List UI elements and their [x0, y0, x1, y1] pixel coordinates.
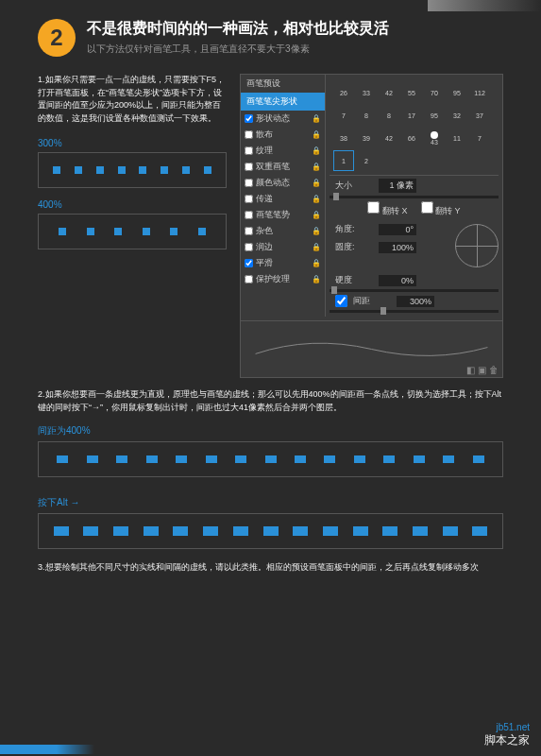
- instruction-1: 1.如果你只需要一点一点的虚线，只需要按下F5，打开画笔面板，在“画笔笔尖形状”…: [38, 74, 227, 125]
- step-number-badge: 2: [38, 19, 76, 57]
- opt-color-dynamics[interactable]: 颜色动态🔒: [241, 175, 325, 191]
- opt-shape-dynamics[interactable]: 形状动态🔒: [241, 111, 325, 127]
- spacing-value[interactable]: 300%: [397, 296, 434, 307]
- opt-protect-texture[interactable]: 保护纹理🔒: [241, 271, 325, 287]
- opt-smoothing[interactable]: 平滑🔒: [241, 255, 325, 271]
- sample-spacing-400: [38, 441, 503, 477]
- instruction-2: 2.如果你想要画一条虚线更为直观，原理也与画笔的虚线；那么可以先用400%的间距…: [38, 387, 503, 415]
- opt-scatter[interactable]: 散布🔒: [241, 127, 325, 143]
- brush-presets-grid[interactable]: 26 33 42 55 70 95 112 7 8 8 17 95 32 37: [330, 78, 499, 176]
- angle-value[interactable]: 0°: [379, 224, 416, 235]
- sample-label-1: 300%: [38, 138, 227, 148]
- hardness-value[interactable]: 0%: [379, 275, 416, 286]
- brush-panel: 画笔预设 画笔笔尖形状 形状动态🔒 散布🔒 纹理🔒 双重画笔🔒 颜色动态🔒 传递…: [240, 74, 503, 378]
- flipx-checkbox[interactable]: 翻转 X: [367, 201, 407, 217]
- sample-400: [38, 214, 227, 249]
- size-value[interactable]: 1 像素: [379, 179, 416, 193]
- opt-texture[interactable]: 纹理🔒: [241, 143, 325, 159]
- sample-label-3: 间距为400%: [38, 424, 503, 438]
- step-title: 不是很费时间的的一种画法，相对也比较灵活: [87, 19, 503, 39]
- step-header: 2 不是很费时间的的一种画法，相对也比较灵活 以下方法仅针对画笔工具，且画笔直径…: [38, 19, 503, 57]
- brush-selected[interactable]: 1: [333, 150, 354, 171]
- roundness-value[interactable]: 100%: [379, 242, 416, 253]
- sample-label-4: 按下Alt →: [38, 496, 503, 509]
- opt-dual-brush[interactable]: 双重画笔🔒: [241, 159, 325, 175]
- flipy-checkbox[interactable]: 翻转 Y: [421, 201, 461, 217]
- spacing-slider[interactable]: [330, 310, 499, 313]
- lock-icon: 🔒: [312, 114, 321, 123]
- sample-alt-arrow: [38, 513, 503, 549]
- size-slider[interactable]: [330, 196, 499, 198]
- opt-wet-edges[interactable]: 润边🔒: [241, 239, 325, 255]
- sample-300: [38, 152, 227, 188]
- brush-preview: [241, 320, 502, 377]
- opt-brush-pose[interactable]: 画笔笔势🔒: [241, 207, 325, 223]
- opt-noise[interactable]: 杂色🔒: [241, 223, 325, 239]
- hardness-slider[interactable]: [330, 289, 499, 292]
- opt-transfer[interactable]: 传递🔒: [241, 191, 325, 207]
- tab-brush-presets[interactable]: 画笔预设: [241, 75, 325, 93]
- spacing-checkbox[interactable]: [335, 295, 347, 307]
- angle-preview-icon[interactable]: [455, 224, 499, 267]
- tab-brush-tip-shape[interactable]: 画笔笔尖形状: [241, 93, 325, 111]
- panel-controls-icon[interactable]: ◧ ▣ 🗑: [466, 365, 499, 375]
- watermark: jb51.net 脚本之家: [484, 722, 530, 748]
- instruction-3: 3.想要绘制其他不同尺寸的实线和间隔的虚线，请以此类推。相应的预设画笔面板中的间…: [38, 560, 503, 574]
- step-subtitle: 以下方法仅针对画笔工具，且画笔直径不要大于3像素: [87, 43, 503, 56]
- sample-label-2: 400%: [38, 199, 227, 210]
- size-label: 大小: [335, 180, 373, 192]
